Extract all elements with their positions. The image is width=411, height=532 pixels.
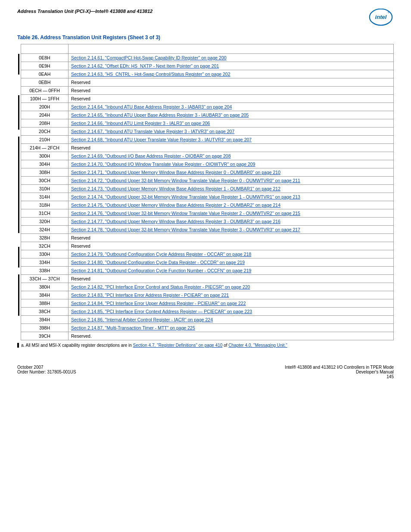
section-link[interactable]: Section 2.14.61, "CompactPCI Hot-Swap Ca… (71, 55, 227, 60)
table-row: 200HSection 2.14.64, "Inbound ATU Base A… (21, 103, 394, 111)
section-link[interactable]: Section 2.14.68, "Inbound ATU Upper Tran… (71, 137, 252, 142)
section-link[interactable]: Section 2.14.67, "Inbound ATU Translate … (71, 129, 234, 134)
address-cell: 204H (21, 111, 68, 119)
section-link[interactable]: Section 2.14.77, "Outbound Upper Memory … (71, 219, 280, 224)
footer-left: October 2007 Order Number: 317805-001US (17, 365, 76, 379)
table-row: 210HSection 2.14.68, "Inbound ATU Upper … (21, 136, 394, 144)
section-link[interactable]: Section 2.14.83, "PCI Interface Error Ad… (71, 292, 229, 298)
section-link[interactable]: Section 2.14.62, "Offset EDh: HS_NXTP - … (71, 63, 219, 68)
description-cell (68, 44, 394, 54)
description-cell: Reserved (68, 242, 394, 250)
section-link[interactable]: Section 2.14.65, "Inbound ATU Upper Base… (71, 112, 249, 118)
description-cell: Section 2.14.71, "Outbound Upper Memory … (68, 168, 394, 177)
description-cell: Section 2.14.85, "PCI Interface Error Co… (68, 308, 394, 316)
section-link[interactable]: Section 2.14.81, "Outbound Configuration… (71, 268, 251, 273)
address-cell: 304H (21, 160, 68, 168)
page-footer: October 2007 Order Number: 317805-001US … (17, 365, 394, 379)
section-link[interactable]: Section 2.14.73, "Outbound Upper Memory … (71, 186, 280, 191)
footnote: a. All MSI and MSI-X capability register… (17, 343, 394, 348)
section-link[interactable]: Section 2.14.85, "PCI Interface Error Co… (71, 309, 252, 314)
address-cell: 0EAH (21, 70, 68, 78)
section-link[interactable]: Section 2.14.63, "HS_CNTRL - Hot-Swap Co… (71, 72, 230, 77)
description-cell: Reserved (68, 144, 394, 152)
address-cell: 0EBH (21, 78, 68, 87)
description-cell: Section 2.14.65, "Inbound ATU Upper Base… (68, 111, 394, 119)
description-cell: Section 2.14.79, "Outbound Configuration… (68, 250, 394, 258)
description-cell: Reserved (68, 234, 394, 242)
table-row: 318HSection 2.14.75, "Outbound Upper Mem… (21, 201, 394, 209)
table-row: 394HSection 2.14.86, "Internal Arbiter C… (21, 316, 394, 324)
section-link[interactable]: Section 2.14.75, "Outbound Upper Memory … (71, 202, 280, 208)
description-cell: Reserved (68, 275, 394, 283)
section-link[interactable]: Section 2.14.64, "Inbound ATU Base Addre… (71, 104, 232, 109)
table-row: 30CHSection 2.14.72, "Outbound Upper 32-… (21, 177, 394, 185)
svg-text:®: ® (388, 11, 390, 14)
section-link[interactable]: Section 2.14.86, "Internal Arbiter Contr… (71, 317, 213, 322)
description-cell: Section 2.14.72, "Outbound Upper 32-bit … (68, 177, 394, 185)
section-link[interactable]: Section 2.14.80, "Outbound Configuration… (71, 260, 245, 265)
table-row: 100H — 1FFHReserved (21, 95, 394, 103)
section-link[interactable]: Section 2.14.69, "Outbound I/O Base Addr… (71, 153, 231, 159)
address-cell: 338H (21, 267, 68, 275)
footnote-link2[interactable]: Chapter 4.0, "Messaging Unit." (228, 343, 287, 348)
footer-right: Intel® 413808 and 413812 I/O Controllers… (285, 365, 394, 379)
section-link[interactable]: Section 2.14.82, "PCI Interface Error Co… (71, 284, 250, 289)
intel-logo-icon: intel ® (368, 9, 394, 26)
table-row: 208HSection 2.14.66, "Inbound ATU Limit … (21, 119, 394, 128)
address-cell: 330H (21, 250, 68, 258)
address-cell: 100H — 1FFH (21, 95, 68, 103)
address-cell: 20CH (21, 128, 68, 136)
description-cell: Section 2.14.87, "Multi-Transaction Time… (68, 324, 394, 332)
address-cell: 398H (21, 324, 68, 332)
table-row: 328HReserved (21, 234, 394, 242)
description-cell: Section 2.14.70, "Outbound I/O Window Tr… (68, 160, 394, 168)
description-cell: Section 2.14.77, "Outbound Upper Memory … (68, 218, 394, 226)
address-cell: 210H (21, 136, 68, 144)
page-header: Address Translation Unit (PCI-X)—Intel® … (17, 9, 394, 26)
table-row: 0EBHReserved (21, 78, 394, 87)
table-row: 214H — 2FCHReserved (21, 144, 394, 152)
table-row: 0E8HSection 2.14.61, "CompactPCI Hot-Swa… (21, 54, 394, 62)
description-cell: Section 2.14.78, "Outbound Upper 32-bit … (68, 226, 394, 234)
address-cell: 300H (21, 152, 68, 160)
address-cell: 394H (21, 316, 68, 324)
address-cell: 0E8H (21, 54, 68, 62)
table-heading: Table 26. Address Translation Unit Regis… (17, 34, 394, 40)
table-row: 33CH — 37CHReserved (21, 275, 394, 283)
section-link[interactable]: Section 2.14.70, "Outbound I/O Window Tr… (71, 162, 255, 167)
table-row: 38CHSection 2.14.85, "PCI Interface Erro… (21, 308, 394, 316)
description-cell: Section 2.14.80, "Outbound Configuration… (68, 258, 394, 267)
address-cell: 308H (21, 168, 68, 177)
table-row: 0E9HSection 2.14.62, "Offset EDh: HS_NXT… (21, 62, 394, 70)
table-row: 314HSection 2.14.74, "Outbound Upper 32-… (21, 193, 394, 201)
section-link[interactable]: Section 2.14.74, "Outbound Upper 32-bit … (71, 194, 300, 199)
table-wrapper: 0E8HSection 2.14.61, "CompactPCI Hot-Swa… (17, 44, 394, 340)
section-link[interactable]: Section 2.14.84, "PCI Interface Error Up… (71, 301, 246, 306)
section-link[interactable]: Section 2.14.66, "Inbound ATU Limit Regi… (71, 121, 210, 126)
header-title: Address Translation Unit (PCI-X)—Intel® … (17, 9, 153, 14)
address-cell: 31CH (21, 209, 68, 218)
description-cell: Reserved (68, 87, 394, 95)
description-cell: Reserved (68, 78, 394, 87)
table-heading-title: Address Translation Unit Registers (Shee… (40, 34, 160, 40)
registers-table: 0E8HSection 2.14.61, "CompactPCI Hot-Swa… (21, 44, 394, 340)
section-link[interactable]: Section 2.14.78, "Outbound Upper 32-bit … (71, 227, 300, 232)
section-link[interactable]: Section 2.14.76, "Outbound Upper 32-bit … (71, 211, 300, 216)
table-row: 338HSection 2.14.81, "Outbound Configura… (21, 267, 394, 275)
table-row: 20CHSection 2.14.67, "Inbound ATU Transl… (21, 128, 394, 136)
section-link[interactable]: Section 2.14.79, "Outbound Configuration… (71, 252, 251, 257)
description-cell: Section 2.14.74, "Outbound Upper 32-bit … (68, 193, 394, 201)
address-cell: 388H (21, 299, 68, 308)
table-row (21, 44, 394, 54)
address-cell: 39CH (21, 332, 68, 340)
description-cell: Reserved. (68, 332, 394, 340)
section-link[interactable]: Section 2.14.71, "Outbound Upper Memory … (71, 170, 280, 175)
description-cell: Section 2.14.62, "Offset EDh: HS_NXTP - … (68, 62, 394, 70)
footnote-link1[interactable]: Section 4.7, "Register Definitions" on p… (133, 343, 223, 348)
address-cell: 320H (21, 218, 68, 226)
description-cell: Section 2.14.82, "PCI Interface Error Co… (68, 283, 394, 291)
address-cell: 318H (21, 201, 68, 209)
description-cell: Section 2.14.67, "Inbound ATU Translate … (68, 128, 394, 136)
section-link[interactable]: Section 2.14.72, "Outbound Upper 32-bit … (71, 178, 300, 183)
section-link[interactable]: Section 2.14.87, "Multi-Transaction Time… (71, 325, 195, 330)
